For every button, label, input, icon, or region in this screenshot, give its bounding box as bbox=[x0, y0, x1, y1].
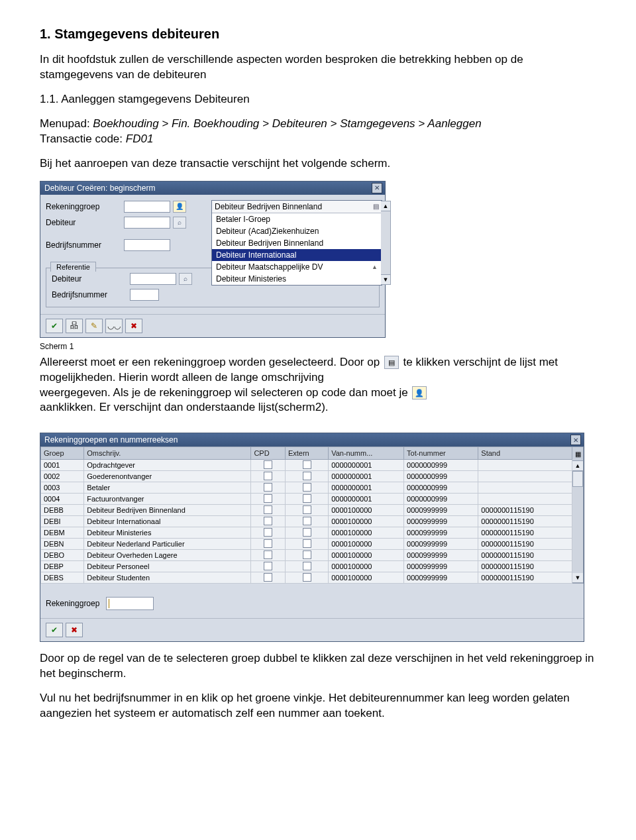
table-header-cell[interactable]: Stand bbox=[478, 447, 572, 460]
table-row[interactable]: DEBBDebiteur Bedrijven Binnenland0000100… bbox=[41, 505, 572, 516]
checkbox[interactable] bbox=[303, 517, 311, 525]
close-icon[interactable]: ✕ bbox=[570, 435, 581, 445]
checkbox[interactable] bbox=[264, 483, 272, 492]
table-cell: 0000000999 bbox=[404, 460, 478, 471]
ok-button[interactable]: ✔ bbox=[46, 623, 63, 637]
checkbox[interactable] bbox=[264, 539, 272, 548]
table-scrollbar[interactable]: ▦ ▲ ▼ bbox=[572, 446, 584, 584]
table-cell: 0000999999 bbox=[404, 550, 478, 561]
table-cell bbox=[478, 494, 572, 505]
close-icon[interactable]: ✕ bbox=[372, 183, 382, 193]
table-header-cell[interactable]: CPD bbox=[251, 447, 286, 460]
dropdown-option[interactable]: Debiteur Bedrijven Binnenland bbox=[212, 237, 382, 249]
list-dropdown-icon[interactable]: ▤ bbox=[384, 356, 399, 369]
binoculars-icon[interactable]: 👤 bbox=[412, 386, 427, 399]
table-cell: 0000000001 bbox=[329, 460, 404, 471]
hierarchy-icon[interactable]: 品 bbox=[66, 319, 83, 333]
dropdown-option[interactable]: Debiteur Ministeries bbox=[212, 273, 382, 285]
search-help-icon[interactable]: ⌕ bbox=[179, 273, 192, 285]
dropdown-option[interactable]: Betaler I-Groep bbox=[212, 213, 382, 225]
checkbox[interactable] bbox=[264, 562, 272, 570]
scroll-thumb[interactable] bbox=[572, 471, 583, 487]
dialog-title: Debiteur Creëren: beginscherm bbox=[44, 184, 155, 193]
sap-dialog-create-debiteur: Debiteur Creëren: beginscherm ✕ Rekening… bbox=[40, 181, 386, 338]
table-cell: Debiteur Studenten bbox=[84, 572, 251, 584]
table-cell: 0000999999 bbox=[404, 527, 478, 539]
checkbox[interactable] bbox=[264, 494, 272, 503]
ref-input-debiteur[interactable] bbox=[130, 273, 176, 285]
input-debiteur[interactable] bbox=[124, 217, 170, 229]
table-header-cell[interactable]: Groep bbox=[41, 447, 84, 460]
table-cell bbox=[251, 505, 286, 516]
checkbox[interactable] bbox=[303, 573, 311, 582]
table-cell bbox=[251, 561, 286, 572]
scroll-up-icon[interactable]: ▲ bbox=[381, 201, 390, 211]
table-cell: 0003 bbox=[41, 482, 84, 494]
table-cell: 0000999999 bbox=[404, 516, 478, 527]
table-settings-icon[interactable]: ▦ bbox=[572, 447, 583, 461]
dropdown-header: Debiteur Bedrijven Binnenland bbox=[215, 202, 322, 211]
table-header-cell[interactable]: Tot-nummer bbox=[404, 447, 478, 460]
checkbox[interactable] bbox=[303, 472, 311, 480]
table-row[interactable]: DEBNDebiteur Nederland Particulier000010… bbox=[41, 539, 572, 550]
ref-input-bedrijfsnummer[interactable] bbox=[130, 289, 159, 301]
checkbox[interactable] bbox=[264, 460, 272, 469]
table-cell: 0000100000 bbox=[329, 505, 404, 516]
checkbox[interactable] bbox=[303, 494, 311, 503]
table-row[interactable]: 0002Goederenontvanger0000000001000000099… bbox=[41, 471, 572, 482]
checkbox[interactable] bbox=[303, 528, 311, 537]
checkbox[interactable] bbox=[264, 573, 272, 582]
table-cell bbox=[251, 516, 286, 527]
checkbox[interactable] bbox=[303, 551, 311, 559]
table-cell bbox=[478, 471, 572, 482]
table-cell: DEBS bbox=[41, 572, 84, 584]
dropdown-option[interactable]: Debiteur Maatschappelijke DV▲ bbox=[212, 261, 382, 273]
para2a: Allereerst moet er een rekeninggroep wor… bbox=[40, 356, 380, 368]
scroll-down-icon[interactable]: ▼ bbox=[381, 274, 390, 284]
table-row[interactable]: DEBMDebiteur Ministeries0000100000000099… bbox=[41, 527, 572, 539]
cancel-button[interactable]: ✖ bbox=[125, 319, 142, 333]
table-header-cell[interactable]: Omschrijv. bbox=[84, 447, 251, 460]
table-row[interactable]: 0001Opdrachtgever00000000010000000999 bbox=[41, 460, 572, 471]
table-row[interactable]: 0004Factuurontvanger00000000010000000999 bbox=[41, 494, 572, 505]
table-cell: Debiteur Personeel bbox=[84, 561, 251, 572]
table-row[interactable]: DEBIDebiteur Internationaal0000100000000… bbox=[41, 516, 572, 527]
checkbox[interactable] bbox=[303, 460, 311, 469]
checkbox[interactable] bbox=[264, 551, 272, 559]
checkbox[interactable] bbox=[303, 483, 311, 492]
table-cell: 0001 bbox=[41, 460, 84, 471]
dropdown-scrollbar[interactable]: ▲ ▼ bbox=[381, 201, 391, 285]
checkbox[interactable] bbox=[264, 472, 272, 480]
table-row[interactable]: DEBODebiteur Overheden Lagere00001000000… bbox=[41, 550, 572, 561]
checkbox[interactable] bbox=[303, 505, 311, 514]
table-row[interactable]: DEBPDebiteur Personeel000010000000009999… bbox=[41, 561, 572, 572]
glasses-icon[interactable]: ◡◡ bbox=[105, 319, 123, 333]
checkbox[interactable] bbox=[264, 517, 272, 525]
table-header-cell[interactable]: Van-numm... bbox=[329, 447, 404, 460]
binoculars-icon[interactable]: 👤 bbox=[173, 201, 186, 213]
dropdown-option[interactable]: Debiteur (Acad)Ziekenhuizen bbox=[212, 225, 382, 237]
checkbox[interactable] bbox=[303, 562, 311, 570]
table-cell bbox=[285, 494, 328, 505]
table-header-cell[interactable]: Extern bbox=[285, 447, 328, 460]
scroll-up-icon[interactable]: ▲ bbox=[572, 461, 583, 471]
checkbox[interactable] bbox=[264, 528, 272, 537]
document-icon[interactable]: ▤ bbox=[373, 203, 379, 210]
table-row[interactable]: 0003Betaler00000000010000000999 bbox=[41, 482, 572, 494]
search-help-icon[interactable]: ⌕ bbox=[173, 217, 186, 229]
scroll-down-icon[interactable]: ▼ bbox=[572, 573, 583, 583]
section-title: 1. Stamgegevens debiteuren bbox=[40, 26, 596, 42]
ok-button[interactable]: ✔ bbox=[46, 319, 63, 333]
cancel-button[interactable]: ✖ bbox=[66, 623, 83, 637]
pencil-icon[interactable]: ✎ bbox=[85, 319, 103, 333]
para2c: weergegeven. Als je de rekeninggroep wil… bbox=[40, 386, 408, 399]
checkbox[interactable] bbox=[264, 505, 272, 514]
input-rekeninggroep-filter[interactable] bbox=[106, 597, 154, 610]
table-cell bbox=[478, 482, 572, 494]
input-rekeninggroep[interactable] bbox=[124, 201, 170, 213]
input-bedrijfsnummer[interactable] bbox=[124, 239, 170, 251]
checkbox[interactable] bbox=[303, 539, 311, 548]
table-cell: 0000000115190 bbox=[478, 561, 572, 572]
table-row[interactable]: DEBSDebiteur Studenten000010000000009999… bbox=[41, 572, 572, 584]
dropdown-option[interactable]: Debiteur Internationaal bbox=[212, 249, 382, 261]
